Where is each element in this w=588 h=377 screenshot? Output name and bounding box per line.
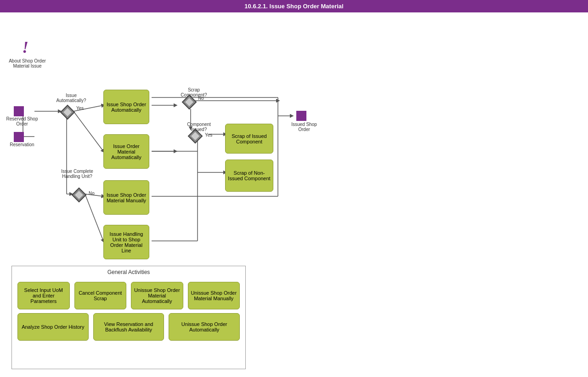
svg-line-10	[85, 194, 103, 241]
no1-label: No	[198, 96, 204, 101]
general-activities-title: General Activities	[12, 266, 245, 278]
title-bar: 10.6.2.1. Issue Shop Order Material	[0, 0, 588, 12]
issue-shop-order-material-manually-box[interactable]: Issue Shop Order Material Manually	[103, 180, 149, 215]
connector-lines	[0, 12, 588, 274]
issued-shop-order-icon	[296, 111, 306, 121]
handling-unit-diamond	[71, 187, 87, 203]
reservation-label: Reservation	[4, 142, 40, 147]
issue-order-material-automatically-box[interactable]: Issue Order Material Automatically	[103, 134, 149, 169]
scrap-component-label: Scrap Component?	[175, 87, 212, 97]
reserved-shop-order-label: Reserved Shop Order	[4, 116, 40, 126]
gen-box-unissue-shop-order-auto[interactable]: Unissue Shop Order Automatically	[169, 313, 240, 341]
gen-box-unissue-manually[interactable]: Unissue Shop Order Material Manually	[188, 282, 240, 309]
diagram-area: ! About Shop Order Material Issue Reserv…	[0, 12, 588, 274]
issue-shop-order-automatically-box[interactable]: Issue Shop Order Automatically	[103, 90, 149, 124]
scrap-non-issued-component-box[interactable]: Scrap of Non-Issued Component	[225, 160, 273, 192]
svg-line-4	[74, 111, 103, 151]
issue-auto-question-label: Issue Automatically?	[51, 93, 92, 103]
yes2-label: Yes	[205, 132, 212, 137]
yes1-label: Yes	[76, 106, 84, 111]
general-activities-row2: Analyze Shop Order History View Reservat…	[12, 313, 245, 344]
gen-box-analyze-history[interactable]: Analyze Shop Order History	[17, 313, 89, 341]
no2-label: No	[89, 191, 95, 196]
reserved-shop-order-icon	[14, 106, 24, 116]
about-label[interactable]: About Shop Order Material Issue	[6, 58, 49, 69]
scrap-issued-component-box[interactable]: Scrap of Issued Component	[225, 124, 273, 154]
issued-shop-order-label: Issued Shop Order	[286, 122, 322, 132]
gen-box-unissue-auto[interactable]: Unissue Shop Order Material Automaticall…	[131, 282, 183, 309]
general-activities-row1: Select Input UoM and Enter Parameters Ca…	[12, 278, 245, 313]
title-label: 10.6.2.1. Issue Shop Order Material	[244, 3, 343, 10]
issue-complete-handling-label: Issue Complete Handling Unit?	[54, 169, 100, 179]
issue-handling-unit-box[interactable]: Issue Handling Unit to Shop Order Materi…	[103, 225, 149, 259]
gen-box-cancel-component[interactable]: Cancel Component Scrap	[74, 282, 127, 309]
reservation-icon	[14, 132, 24, 142]
gen-box-view-reservation[interactable]: View Reservation and Backflush Availabil…	[93, 313, 164, 341]
component-issued-label: Component issued?	[181, 122, 217, 132]
issue-automatically-diamond	[60, 104, 75, 120]
about-icon: !	[22, 39, 28, 56]
gen-box-select-input[interactable]: Select Input UoM and Enter Parameters	[17, 282, 70, 309]
general-activities-container: General Activities Select Input UoM and …	[11, 266, 246, 369]
